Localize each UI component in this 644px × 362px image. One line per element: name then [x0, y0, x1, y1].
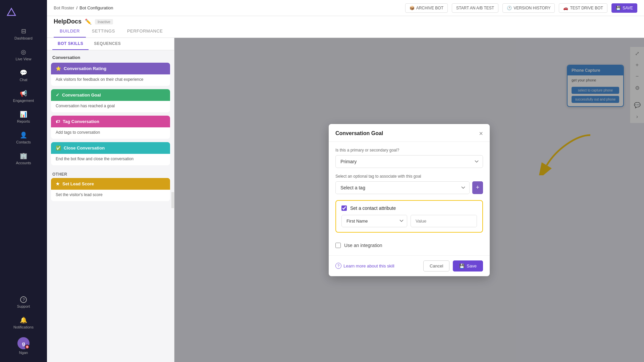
- left-panel-tabs: BOT SKILLS SEQUENCES: [47, 38, 174, 50]
- sidebar-item-accounts[interactable]: 🏢 Accounts: [0, 148, 47, 169]
- skill-card-header: ★ Set Lead Score: [51, 178, 170, 190]
- contact-attr-label: Set a contact attribute: [350, 205, 396, 211]
- version-icon: 🕐: [507, 6, 512, 10]
- reports-icon: 📊: [20, 111, 27, 118]
- panel-collapse-toggle[interactable]: ‹: [171, 192, 174, 208]
- sidebar-item-notifications[interactable]: 🔔 Notifications: [0, 312, 47, 333]
- modal-footer: ? Learn more about this skill Cancel 💾 S…: [329, 255, 490, 276]
- sidebar-item-engagement[interactable]: 📢 Engagement: [0, 86, 47, 107]
- contacts-icon: 👤: [20, 131, 27, 139]
- tab-bot-skills[interactable]: BOT SKILLS: [52, 38, 89, 50]
- modal-close-button[interactable]: ×: [479, 130, 483, 137]
- content-area: BOT SKILLS SEQUENCES Conversation ⭐ Conv…: [47, 38, 644, 362]
- primary-label: Is this a primary or secondary goal?: [335, 148, 483, 153]
- save-button[interactable]: 💾 SAVE: [611, 3, 637, 13]
- sidebar-item-live-view[interactable]: ◎ Live View: [0, 44, 47, 65]
- skill-card-tag-conversation[interactable]: 🏷 Tag Conversation Add tags to conversat…: [51, 116, 170, 139]
- contact-attr-checkbox[interactable]: [341, 205, 347, 211]
- skill-card-body: End the bot flow and close the conversat…: [51, 154, 170, 165]
- skill-card-header: ⭐ Conversation Rating: [51, 63, 170, 74]
- section-conversation: Conversation: [47, 50, 174, 63]
- integration-checkbox[interactable]: [335, 243, 341, 248]
- skill-card-close-conversation[interactable]: ✅ Close Conversation End the bot flow an…: [51, 142, 170, 165]
- sidebar-bottom: ? Support 🔔 Notifications g 9 Ngan: [0, 292, 47, 362]
- sidebar-item-contacts[interactable]: 👤 Contacts: [0, 127, 47, 148]
- skill-card-header: ✅ Close Conversation: [51, 142, 170, 154]
- integration-label: Use an integration: [344, 243, 382, 248]
- skill-card-header: ✓ Conversation Goal: [51, 89, 170, 101]
- skill-card-body: Add tags to conversation: [51, 127, 170, 139]
- accounts-icon: 🏢: [20, 152, 27, 160]
- lead-score-icon: ★: [56, 181, 60, 186]
- modal-save-button[interactable]: 💾 Save: [453, 260, 483, 272]
- bot-name-row: HelpDocs ✏️ Inactive: [47, 16, 644, 25]
- skill-card-set-lead-score[interactable]: ★ Set Lead Score Set the visitor's lead …: [51, 178, 170, 201]
- primary-goal-select[interactable]: Primary Secondary: [335, 155, 483, 168]
- skill-card-body: Set the visitor's lead score: [51, 190, 170, 201]
- close-conversation-icon: ✅: [56, 145, 61, 150]
- attribute-select[interactable]: First Name Last Name Email Phone: [341, 215, 407, 227]
- notifications-icon: 🔔: [20, 316, 27, 324]
- tag-label: Select an optional tag to associate with…: [335, 174, 483, 179]
- notification-badge: 9: [25, 345, 30, 349]
- modal-body: Is this a primary or secondary goal? Pri…: [329, 142, 490, 255]
- contact-attr-checkbox-row: Set a contact attribute: [341, 205, 477, 211]
- integration-section: Use an integration: [335, 238, 483, 249]
- tag-row: Select a tag +: [335, 181, 483, 194]
- modal-title: Conversation Goal: [335, 130, 383, 136]
- main-tabs: BUILDER SETTINGS PERFORMANCE: [47, 25, 644, 38]
- main-content: Bot Roster / Bot Configuration 📦 ARCHIVE…: [47, 0, 644, 362]
- status-badge: Inactive: [95, 19, 113, 24]
- engagement-icon: 📢: [20, 90, 27, 97]
- sidebar-item-reports[interactable]: 📊 Reports: [0, 107, 47, 127]
- tab-sequences[interactable]: SEQUENCES: [89, 38, 126, 50]
- skill-card-header: 🏷 Tag Conversation: [51, 116, 170, 127]
- sidebar-item-support[interactable]: ? Support: [0, 292, 47, 312]
- cancel-button[interactable]: Cancel: [423, 260, 449, 272]
- section-other: Other: [47, 169, 174, 178]
- modal-overlay: Conversation Goal × Is this a primary or…: [174, 38, 644, 362]
- tag-select[interactable]: Select a tag: [335, 181, 470, 194]
- canvas-area[interactable]: Phone Capture get your phone select to c…: [174, 38, 644, 362]
- breadcrumb-separator: /: [76, 5, 77, 10]
- tag-add-button[interactable]: +: [472, 181, 483, 194]
- chat-icon: 💬: [20, 69, 27, 76]
- test-drive-button[interactable]: 🚗 TEST DRIVE BOT: [559, 3, 607, 13]
- sidebar-item-dashboard[interactable]: ⊟ Dashboard: [0, 23, 47, 44]
- avatar: g 9: [17, 337, 30, 349]
- learn-more-link[interactable]: ? Learn more about this skill: [335, 263, 394, 269]
- skill-card-conversation-goal[interactable]: ✓ Conversation Goal Conversation has rea…: [51, 89, 170, 112]
- live-view-icon: ◎: [21, 48, 26, 56]
- archive-bot-button[interactable]: 📦 ARCHIVE BOT: [405, 3, 448, 13]
- save-icon: 💾: [616, 6, 621, 10]
- tab-settings[interactable]: SETTINGS: [86, 25, 121, 38]
- modal-header: Conversation Goal ×: [329, 124, 490, 142]
- tag-section: Select an optional tag to associate with…: [335, 174, 483, 194]
- dashboard-icon: ⊟: [21, 27, 26, 35]
- contact-attribute-section: Set a contact attribute First Name Last …: [335, 200, 483, 233]
- breadcrumb-bot-config: Bot Configuration: [79, 5, 113, 10]
- breadcrumb-bot-roster[interactable]: Bot Roster: [54, 5, 74, 10]
- goal-icon: ✓: [56, 93, 59, 98]
- tab-builder[interactable]: BUILDER: [54, 25, 86, 38]
- skill-card-body: Conversation has reached a goal: [51, 101, 170, 112]
- topbar-actions: 📦 ARCHIVE BOT START AN A/B TEST 🕐 VERSIO…: [405, 3, 637, 13]
- svg-marker-0: [7, 8, 15, 15]
- tab-performance[interactable]: PERFORMANCE: [121, 25, 169, 38]
- skill-card-body: Ask visitors for feedback on their chat …: [51, 74, 170, 86]
- topbar: Bot Roster / Bot Configuration 📦 ARCHIVE…: [47, 0, 644, 16]
- logo[interactable]: [0, 3, 47, 23]
- save-icon: 💾: [459, 263, 465, 268]
- bot-name: HelpDocs: [54, 18, 82, 25]
- version-history-button[interactable]: 🕐 VERSION HISTORY: [502, 3, 555, 13]
- attribute-value-input[interactable]: [411, 215, 477, 227]
- edit-icon[interactable]: ✏️: [85, 18, 92, 25]
- ab-test-button[interactable]: START AN A/B TEST: [452, 3, 498, 13]
- sidebar-item-user[interactable]: g 9 Ngan: [0, 333, 47, 359]
- skill-card-conversation-rating[interactable]: ⭐ Conversation Rating Ask visitors for f…: [51, 63, 170, 86]
- attribute-row: First Name Last Name Email Phone: [341, 215, 477, 227]
- sidebar-item-chat[interactable]: 💬 Chat: [0, 65, 47, 86]
- primary-goal-section: Is this a primary or secondary goal? Pri…: [335, 148, 483, 168]
- left-panel: BOT SKILLS SEQUENCES Conversation ⭐ Conv…: [47, 38, 174, 362]
- support-icon: ?: [20, 296, 27, 303]
